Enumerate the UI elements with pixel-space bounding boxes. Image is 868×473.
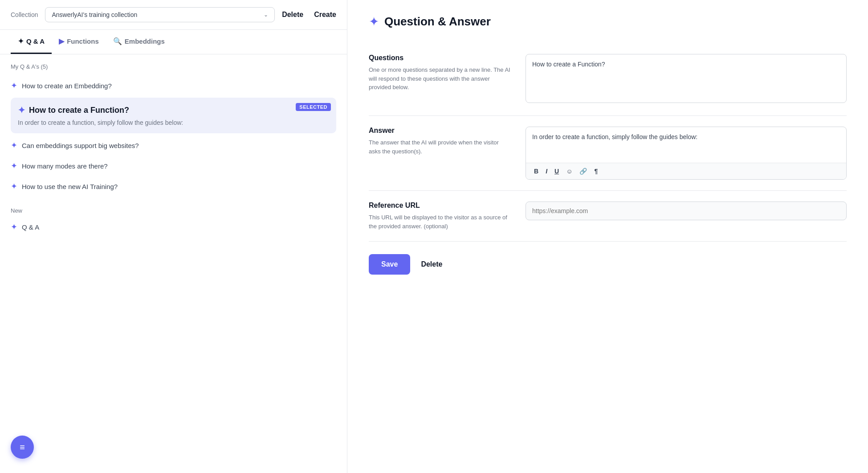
sparkle-icon: ✦ [11,181,17,191]
tab-embeddings-label: Embeddings [125,37,165,45]
new-qa-text: Q & A [22,223,39,231]
emoji-button[interactable]: ☺ [564,167,574,176]
link-button[interactable]: 🔗 [578,167,589,176]
qa-item-text: Can embeddings support big websites? [22,142,139,149]
questions-section: Questions One or more questions separate… [369,43,847,116]
tab-qa[interactable]: ✦ Q & A [11,30,52,54]
collection-select[interactable]: AnswerlyAI's training collection ⌄ [45,7,275,22]
qa-item-text: How to use the new AI Training? [22,183,118,190]
answer-label-area: Answer The answer that the AI will provi… [369,127,511,156]
list-item[interactable]: ✦ How to use the new AI Training? [11,176,336,197]
answer-box: In order to create a function, simply fo… [526,127,847,180]
reference-url-section: Reference URL This URL will be displayed… [369,191,847,242]
qa-item-text: How many modes are there? [22,162,108,170]
reference-url-field-desc: This URL will be displayed to the visito… [369,213,511,230]
underline-button[interactable]: U [553,167,561,176]
right-panel: ✦ Question & Answer Questions One or mor… [347,0,868,473]
menu-icon: ≡ [20,442,25,452]
questions-field-desc: One or more questions separated by a new… [369,66,511,92]
collection-label: Collection [11,11,38,18]
fab-button[interactable]: ≡ [11,436,34,459]
tabs: ✦ Q & A ▶ Functions 🔍 Embeddings [0,30,347,54]
qa-item-text: How to create an Embedding? [22,82,112,90]
selected-title: ✦ How to create a Function? [18,105,329,115]
sparkle-icon: ✦ [11,81,17,90]
sparkle-icon: ✦ [11,140,17,150]
tab-embeddings[interactable]: 🔍 Embeddings [106,30,172,54]
chevron-down-icon: ⌄ [264,12,268,18]
list-area: My Q & A's (5) ✦ How to create an Embedd… [0,54,347,473]
tab-functions[interactable]: ▶ Functions [52,30,106,54]
list-item[interactable]: ✦ How to create an Embedding? [11,75,336,96]
answer-content[interactable]: In order to create a function, simply fo… [526,127,846,163]
questions-field-label: Questions [369,54,511,62]
tab-functions-label: Functions [67,37,99,45]
top-bar: Collection AnswerlyAI's training collect… [0,0,347,30]
answer-field-desc: The answer that the AI will provide when… [369,138,511,156]
save-button[interactable]: Save [369,254,410,275]
search-icon: 🔍 [113,37,122,45]
panel-title: ✦ Question & Answer [369,14,847,29]
reference-url-label-area: Reference URL This URL will be displayed… [369,202,511,230]
sparkle-icon: ✦ [18,105,25,115]
panel-title-text: Question & Answer [384,15,491,29]
selected-card[interactable]: SELECTED ✦ How to create a Function? In … [11,98,336,133]
italic-button[interactable]: I [544,167,549,176]
answer-input-area: In order to create a function, simply fo… [526,127,847,180]
selected-desc: In order to create a function, simply fo… [18,119,329,126]
questions-textarea[interactable]: How to create a Function? [526,54,847,103]
answer-section: Answer The answer that the AI will provi… [369,116,847,191]
answer-field-label: Answer [369,127,511,135]
collection-select-text: AnswerlyAI's training collection [52,11,260,18]
top-bar-actions: Delete Create [282,11,336,19]
left-panel: Collection AnswerlyAI's training collect… [0,0,347,473]
sparkle-icon: ✦ [369,14,379,29]
sparkle-icon: ✦ [18,37,24,45]
delete-button[interactable]: Delete [282,11,303,19]
bold-button[interactable]: B [532,167,540,176]
list-item[interactable]: ✦ Can embeddings support big websites? [11,135,336,156]
format-button[interactable]: ¶ [592,167,599,176]
new-label: New [11,207,336,214]
delete-action-button[interactable]: Delete [421,260,442,268]
play-icon: ▶ [59,37,64,45]
questions-label-area: Questions One or more questions separate… [369,54,511,92]
new-qa-item[interactable]: ✦ Q & A [11,218,336,235]
actions-row: Save Delete [369,242,847,275]
section-label: My Q & A's (5) [11,63,336,70]
create-button[interactable]: Create [314,11,336,19]
list-item[interactable]: ✦ How many modes are there? [11,156,336,176]
sparkle-icon: ✦ [11,222,17,232]
sparkle-icon: ✦ [11,161,17,171]
answer-toolbar: B I U ☺ 🔗 ¶ [526,163,846,179]
reference-url-input[interactable] [526,202,847,220]
questions-input-area: How to create a Function? [526,54,847,105]
selected-badge: SELECTED [296,103,331,111]
new-section: New ✦ Q & A [11,207,336,235]
reference-url-input-area [526,202,847,220]
reference-url-field-label: Reference URL [369,202,511,210]
tab-qa-label: Q & A [26,37,45,45]
